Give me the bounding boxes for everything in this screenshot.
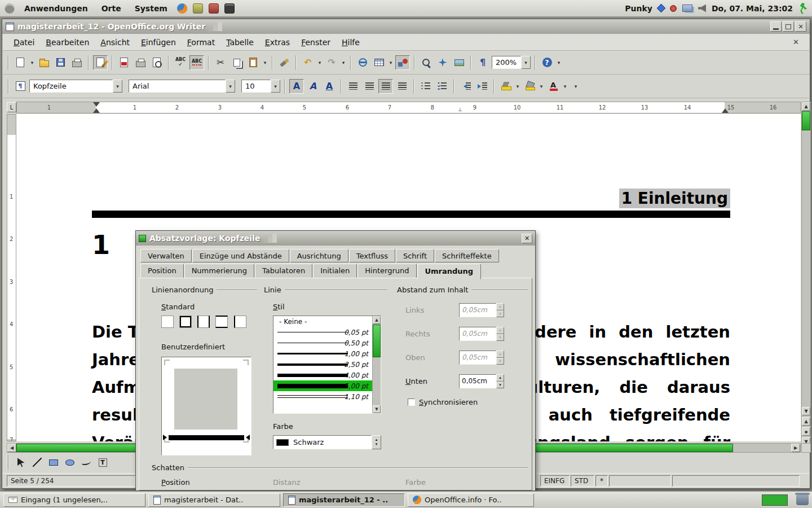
vertical-ruler[interactable]: 1 2 3 4 5 6 7: [7, 114, 16, 441]
fontsize-input[interactable]: 10: [241, 80, 271, 93]
tab-tabulatoren[interactable]: Tabulatoren: [255, 264, 312, 279]
menu-einfuegen[interactable]: Einfügen: [136, 36, 181, 49]
list-scroll-down[interactable]: ▼: [373, 405, 381, 413]
background-color-button[interactable]: [522, 79, 537, 94]
preset-left-right[interactable]: [197, 316, 210, 328]
decrease-indent-button[interactable]: [458, 79, 473, 94]
border-style-option[interactable]: - Keine -: [273, 316, 381, 327]
new-document-button[interactable]: [13, 55, 28, 70]
toolbar-handle[interactable]: [6, 79, 9, 94]
border-style-option[interactable]: 1,10 pt: [273, 391, 381, 402]
background-color-dropdown[interactable]: ▾: [539, 84, 544, 89]
scroll-down-button[interactable]: ▼: [802, 407, 810, 415]
tab-einzuege[interactable]: Einzüge und Abstände: [192, 249, 289, 262]
bullet-list-button[interactable]: [435, 79, 449, 94]
border-style-option-selected[interactable]: 5,00 pt: [273, 380, 381, 391]
navigation-button[interactable]: ●: [802, 427, 810, 436]
page-indicator[interactable]: Seite 5 / 254: [7, 475, 135, 487]
color-field[interactable]: Schwarz: [273, 435, 372, 449]
find-replace-button[interactable]: [419, 55, 434, 70]
toolbar-options-dropdown[interactable]: ▾: [573, 84, 579, 89]
font-input[interactable]: Arial: [129, 80, 226, 93]
insert-mode-indicator[interactable]: EINFG: [540, 475, 570, 487]
font-color-button[interactable]: A: [546, 79, 561, 94]
zoom-dropdown[interactable]: ▾: [521, 56, 531, 69]
scroll-left-button[interactable]: ◀: [7, 444, 16, 452]
tab-position[interactable]: Position: [140, 264, 184, 279]
highlight-dropdown[interactable]: ▾: [515, 84, 520, 89]
style-dropdown[interactable]: ▾: [113, 80, 122, 93]
taskbar-item-mail[interactable]: Eingang (1 ungelesen,..: [3, 493, 145, 507]
document-close-button[interactable]: ✕: [788, 37, 804, 47]
menu-hilfe[interactable]: Hilfe: [337, 36, 365, 49]
first-line-indent-marker[interactable]: [93, 102, 100, 107]
hyperlink-button[interactable]: [355, 55, 370, 70]
open-button[interactable]: [37, 55, 51, 70]
border-style-list[interactable]: - Keine - 0,05 pt 0,50 pt 1,00 pt 2,50 p…: [273, 316, 381, 414]
border-style-option[interactable]: 2,50 pt: [273, 359, 381, 370]
border-style-option[interactable]: 1,00 pt: [273, 348, 381, 359]
modified-indicator[interactable]: *: [595, 475, 608, 487]
redo-button[interactable]: ↷: [324, 55, 339, 70]
tab-nummerierung[interactable]: Nummerierung: [184, 264, 254, 279]
undo-button[interactable]: ↶: [301, 55, 315, 70]
zoom-input[interactable]: 200%: [492, 56, 521, 69]
spin-up[interactable]: ▴: [496, 374, 504, 382]
numbered-list-button[interactable]: [418, 79, 433, 94]
edit-mode-button[interactable]: [93, 55, 108, 70]
tab-ausrichtung[interactable]: Ausrichtung: [290, 249, 348, 262]
dialog-titlebar[interactable]: Absatzvorlage: Kopfzeile ✕: [136, 231, 535, 246]
spacing-bottom-value[interactable]: 0,05cm: [459, 374, 496, 388]
tab-umrandung[interactable]: Umrandung: [417, 264, 482, 279]
previous-page-button[interactable]: ▲: [802, 417, 810, 426]
preset-top-bottom[interactable]: [215, 316, 228, 328]
gnome-menu-icon[interactable]: [5, 3, 15, 14]
tab-schrift[interactable]: Schrift: [396, 249, 434, 262]
highlight-button[interactable]: [498, 79, 513, 94]
horizontal-ruler[interactable]: 1 1 2 3 4 5 6 7 8 9 10 11 12 13 14 15 16…: [16, 102, 801, 113]
preset-box[interactable]: [179, 316, 192, 328]
right-indent-marker[interactable]: [722, 108, 729, 113]
bold-button[interactable]: A: [289, 79, 304, 94]
pdf-export-button[interactable]: [117, 55, 131, 70]
minimize-button[interactable]: [770, 21, 782, 32]
preset-left[interactable]: [234, 316, 246, 328]
border-style-option[interactable]: 0,50 pt: [273, 338, 381, 348]
firefox-launcher-icon[interactable]: [177, 3, 187, 14]
tab-schrifteffekte[interactable]: Schrifteffekte: [435, 249, 499, 262]
taskbar-item-magisterarbeit-12[interactable]: magisterarbeit_12 - ..: [283, 493, 405, 507]
app-launcher-icon[interactable]: [193, 3, 203, 14]
redo-dropdown[interactable]: ▾: [341, 60, 346, 65]
menu-bearbeiten[interactable]: Bearbeiten: [41, 36, 94, 49]
menu-fenster[interactable]: Fenster: [296, 36, 336, 49]
package-launcher-icon[interactable]: [209, 3, 219, 14]
trash-icon[interactable]: [796, 495, 809, 505]
paste-button[interactable]: [246, 55, 261, 70]
tab-initialen[interactable]: Initialen: [313, 264, 357, 279]
styles-button[interactable]: ¶: [13, 79, 28, 94]
toolbar-handle[interactable]: [7, 455, 10, 470]
menu-orte[interactable]: Orte: [98, 3, 125, 14]
spin-down[interactable]: ▾: [496, 382, 504, 389]
help-button[interactable]: ?: [540, 55, 554, 70]
tab-stop-marker[interactable]: ⊥: [458, 107, 462, 112]
menu-system[interactable]: System: [131, 3, 171, 14]
fontsize-dropdown[interactable]: ▾: [271, 80, 280, 93]
border-style-option[interactable]: 4,00 pt: [273, 370, 381, 380]
spacing-bottom-field[interactable]: 0,05cm ▴▾: [459, 374, 504, 388]
align-center-button[interactable]: [362, 79, 377, 94]
insert-table-button[interactable]: [372, 55, 386, 70]
rectangle-tool-button[interactable]: [46, 455, 61, 470]
list-scroll-thumb[interactable]: [373, 325, 381, 357]
menu-ansicht[interactable]: Ansicht: [95, 36, 135, 49]
copy-button[interactable]: [230, 55, 244, 70]
italic-button[interactable]: A: [306, 79, 320, 94]
align-left-button[interactable]: [346, 79, 360, 94]
navigator-button[interactable]: [435, 55, 450, 70]
menu-datei[interactable]: Datei: [8, 36, 39, 49]
align-right-button[interactable]: [378, 79, 393, 94]
style-input[interactable]: Kopfzeile: [29, 80, 113, 93]
update-notifier-icon[interactable]: [670, 5, 677, 12]
cut-button[interactable]: ✂: [213, 55, 228, 70]
undo-dropdown[interactable]: ▾: [317, 60, 323, 65]
